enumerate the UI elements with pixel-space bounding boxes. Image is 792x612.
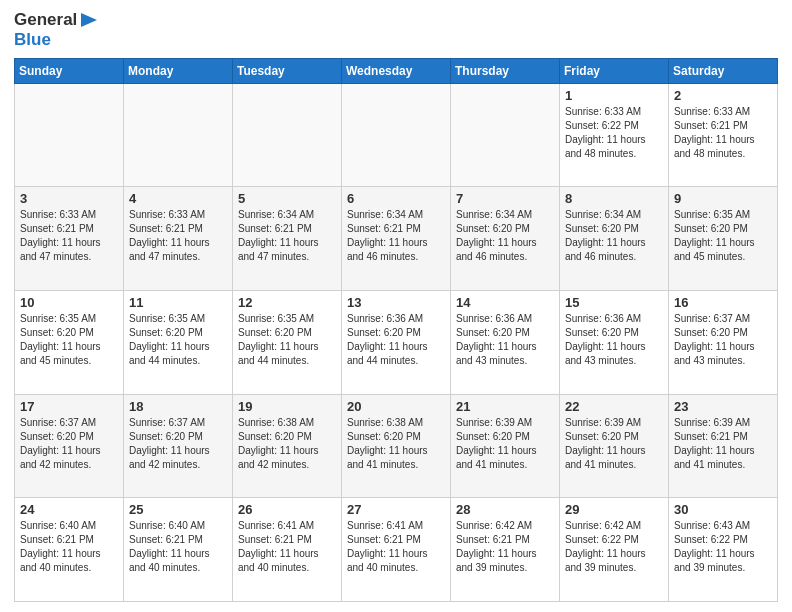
calendar-cell: 26Sunrise: 6:41 AM Sunset: 6:21 PM Dayli… (233, 498, 342, 602)
calendar-cell (342, 83, 451, 187)
day-info: Sunrise: 6:34 AM Sunset: 6:20 PM Dayligh… (456, 208, 554, 264)
calendar-cell: 14Sunrise: 6:36 AM Sunset: 6:20 PM Dayli… (451, 290, 560, 394)
calendar-cell: 22Sunrise: 6:39 AM Sunset: 6:20 PM Dayli… (560, 394, 669, 498)
day-number: 25 (129, 502, 227, 517)
day-info: Sunrise: 6:42 AM Sunset: 6:22 PM Dayligh… (565, 519, 663, 575)
calendar-cell: 11Sunrise: 6:35 AM Sunset: 6:20 PM Dayli… (124, 290, 233, 394)
day-info: Sunrise: 6:37 AM Sunset: 6:20 PM Dayligh… (674, 312, 772, 368)
day-info: Sunrise: 6:40 AM Sunset: 6:21 PM Dayligh… (129, 519, 227, 575)
day-number: 11 (129, 295, 227, 310)
calendar-cell: 8Sunrise: 6:34 AM Sunset: 6:20 PM Daylig… (560, 187, 669, 291)
day-of-week-header: Saturday (669, 58, 778, 83)
calendar-cell: 18Sunrise: 6:37 AM Sunset: 6:20 PM Dayli… (124, 394, 233, 498)
day-info: Sunrise: 6:43 AM Sunset: 6:22 PM Dayligh… (674, 519, 772, 575)
day-number: 2 (674, 88, 772, 103)
calendar-cell: 15Sunrise: 6:36 AM Sunset: 6:20 PM Dayli… (560, 290, 669, 394)
calendar-cell: 23Sunrise: 6:39 AM Sunset: 6:21 PM Dayli… (669, 394, 778, 498)
day-number: 15 (565, 295, 663, 310)
calendar-cell: 21Sunrise: 6:39 AM Sunset: 6:20 PM Dayli… (451, 394, 560, 498)
day-info: Sunrise: 6:36 AM Sunset: 6:20 PM Dayligh… (347, 312, 445, 368)
day-info: Sunrise: 6:34 AM Sunset: 6:21 PM Dayligh… (347, 208, 445, 264)
calendar-cell: 17Sunrise: 6:37 AM Sunset: 6:20 PM Dayli… (15, 394, 124, 498)
page: General Blue SundayMondayTuesdayWednesda… (0, 0, 792, 612)
day-info: Sunrise: 6:33 AM Sunset: 6:21 PM Dayligh… (129, 208, 227, 264)
day-info: Sunrise: 6:41 AM Sunset: 6:21 PM Dayligh… (347, 519, 445, 575)
day-number: 17 (20, 399, 118, 414)
day-number: 26 (238, 502, 336, 517)
day-number: 4 (129, 191, 227, 206)
calendar-cell: 4Sunrise: 6:33 AM Sunset: 6:21 PM Daylig… (124, 187, 233, 291)
calendar-cell: 13Sunrise: 6:36 AM Sunset: 6:20 PM Dayli… (342, 290, 451, 394)
day-number: 29 (565, 502, 663, 517)
calendar-cell: 16Sunrise: 6:37 AM Sunset: 6:20 PM Dayli… (669, 290, 778, 394)
logo-general-text: General (14, 10, 77, 30)
calendar-table: SundayMondayTuesdayWednesdayThursdayFrid… (14, 58, 778, 602)
calendar-cell: 12Sunrise: 6:35 AM Sunset: 6:20 PM Dayli… (233, 290, 342, 394)
calendar-cell: 20Sunrise: 6:38 AM Sunset: 6:20 PM Dayli… (342, 394, 451, 498)
day-number: 12 (238, 295, 336, 310)
day-info: Sunrise: 6:37 AM Sunset: 6:20 PM Dayligh… (129, 416, 227, 472)
day-number: 8 (565, 191, 663, 206)
calendar-cell: 30Sunrise: 6:43 AM Sunset: 6:22 PM Dayli… (669, 498, 778, 602)
calendar-cell: 6Sunrise: 6:34 AM Sunset: 6:21 PM Daylig… (342, 187, 451, 291)
day-number: 7 (456, 191, 554, 206)
logo-container: General Blue (14, 10, 99, 50)
day-info: Sunrise: 6:33 AM Sunset: 6:21 PM Dayligh… (674, 105, 772, 161)
logo-blue-text: Blue (14, 30, 51, 50)
day-info: Sunrise: 6:34 AM Sunset: 6:21 PM Dayligh… (238, 208, 336, 264)
day-number: 18 (129, 399, 227, 414)
day-number: 14 (456, 295, 554, 310)
calendar-cell: 9Sunrise: 6:35 AM Sunset: 6:20 PM Daylig… (669, 187, 778, 291)
day-info: Sunrise: 6:35 AM Sunset: 6:20 PM Dayligh… (238, 312, 336, 368)
day-of-week-header: Friday (560, 58, 669, 83)
day-info: Sunrise: 6:42 AM Sunset: 6:21 PM Dayligh… (456, 519, 554, 575)
day-info: Sunrise: 6:39 AM Sunset: 6:20 PM Dayligh… (565, 416, 663, 472)
calendar-cell: 2Sunrise: 6:33 AM Sunset: 6:21 PM Daylig… (669, 83, 778, 187)
day-number: 3 (20, 191, 118, 206)
day-number: 19 (238, 399, 336, 414)
calendar-cell: 3Sunrise: 6:33 AM Sunset: 6:21 PM Daylig… (15, 187, 124, 291)
calendar-cell: 28Sunrise: 6:42 AM Sunset: 6:21 PM Dayli… (451, 498, 560, 602)
day-number: 9 (674, 191, 772, 206)
calendar-cell: 29Sunrise: 6:42 AM Sunset: 6:22 PM Dayli… (560, 498, 669, 602)
calendar-cell (233, 83, 342, 187)
day-info: Sunrise: 6:36 AM Sunset: 6:20 PM Dayligh… (456, 312, 554, 368)
calendar-cell: 7Sunrise: 6:34 AM Sunset: 6:20 PM Daylig… (451, 187, 560, 291)
day-number: 23 (674, 399, 772, 414)
day-info: Sunrise: 6:39 AM Sunset: 6:20 PM Dayligh… (456, 416, 554, 472)
calendar-cell: 19Sunrise: 6:38 AM Sunset: 6:20 PM Dayli… (233, 394, 342, 498)
calendar-cell (15, 83, 124, 187)
svg-marker-0 (81, 13, 97, 27)
day-info: Sunrise: 6:38 AM Sunset: 6:20 PM Dayligh… (347, 416, 445, 472)
day-info: Sunrise: 6:40 AM Sunset: 6:21 PM Dayligh… (20, 519, 118, 575)
calendar-cell: 5Sunrise: 6:34 AM Sunset: 6:21 PM Daylig… (233, 187, 342, 291)
day-number: 16 (674, 295, 772, 310)
logo: General Blue (14, 10, 99, 50)
day-number: 21 (456, 399, 554, 414)
day-number: 20 (347, 399, 445, 414)
day-number: 28 (456, 502, 554, 517)
day-of-week-header: Wednesday (342, 58, 451, 83)
day-info: Sunrise: 6:37 AM Sunset: 6:20 PM Dayligh… (20, 416, 118, 472)
logo-arrow-icon (79, 10, 99, 30)
day-info: Sunrise: 6:35 AM Sunset: 6:20 PM Dayligh… (674, 208, 772, 264)
day-number: 1 (565, 88, 663, 103)
day-number: 13 (347, 295, 445, 310)
day-info: Sunrise: 6:33 AM Sunset: 6:21 PM Dayligh… (20, 208, 118, 264)
day-info: Sunrise: 6:41 AM Sunset: 6:21 PM Dayligh… (238, 519, 336, 575)
calendar-cell: 1Sunrise: 6:33 AM Sunset: 6:22 PM Daylig… (560, 83, 669, 187)
day-info: Sunrise: 6:34 AM Sunset: 6:20 PM Dayligh… (565, 208, 663, 264)
header: General Blue (14, 10, 778, 50)
day-info: Sunrise: 6:35 AM Sunset: 6:20 PM Dayligh… (20, 312, 118, 368)
day-number: 10 (20, 295, 118, 310)
day-of-week-header: Monday (124, 58, 233, 83)
day-number: 5 (238, 191, 336, 206)
day-of-week-header: Sunday (15, 58, 124, 83)
day-info: Sunrise: 6:33 AM Sunset: 6:22 PM Dayligh… (565, 105, 663, 161)
calendar-cell: 25Sunrise: 6:40 AM Sunset: 6:21 PM Dayli… (124, 498, 233, 602)
day-info: Sunrise: 6:36 AM Sunset: 6:20 PM Dayligh… (565, 312, 663, 368)
calendar-cell (451, 83, 560, 187)
calendar-cell: 27Sunrise: 6:41 AM Sunset: 6:21 PM Dayli… (342, 498, 451, 602)
day-of-week-header: Tuesday (233, 58, 342, 83)
day-number: 22 (565, 399, 663, 414)
